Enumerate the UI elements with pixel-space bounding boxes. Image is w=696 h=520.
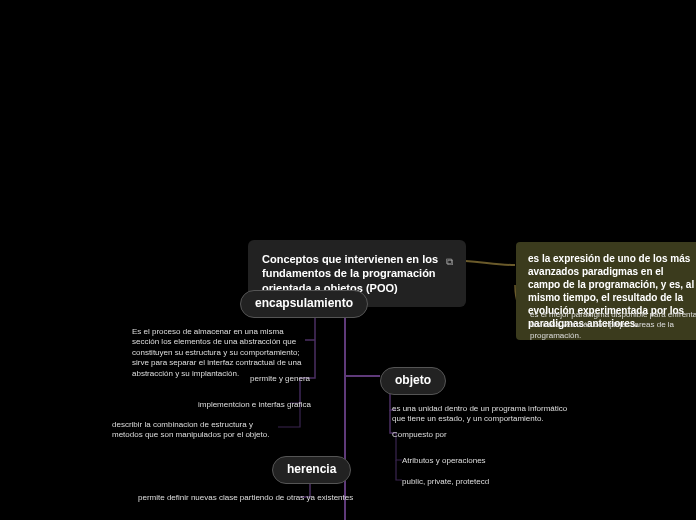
objeto-comp-text: Compuesto por <box>392 430 447 439</box>
objeto-comp-node[interactable]: Compuesto por <box>392 430 447 440</box>
encaps-desc-text: Es el proceso de almacenar en una misma … <box>132 327 301 378</box>
encaps-permits-node[interactable]: permite y genera <box>250 374 310 384</box>
encaps-desc-node[interactable]: Es el proceso de almacenar en una misma … <box>132 327 310 379</box>
encaps-permits-text: permite y genera <box>250 374 310 383</box>
objeto-attr-node[interactable]: Atributos y operaciones <box>402 456 486 466</box>
external-link-icon[interactable]: ⧉ <box>446 256 453 268</box>
encapsulamiento-label: encapsulamiento <box>255 296 353 310</box>
herencia-desc-node[interactable]: permite definir nuevas clase partiendo d… <box>138 493 353 503</box>
objeto-attr-text: Atributos y operaciones <box>402 456 486 465</box>
encaps-impl-text: implementcion e interfas grafica <box>198 400 311 409</box>
herencia-label: herencia <box>287 462 336 476</box>
encaps-describe-node[interactable]: describir la combinacion de estructura y… <box>112 420 277 441</box>
objeto-label: objeto <box>395 373 431 387</box>
objeto-desc-text: es una unidad dentro de un programa info… <box>392 404 567 423</box>
encaps-describe-text: describir la combinacion de estructura y… <box>112 420 269 439</box>
herencia-desc-text: permite definir nuevas clase partiendo d… <box>138 493 353 502</box>
objeto-access-text: public, private, protetecd <box>402 477 489 486</box>
objeto-access-node[interactable]: public, private, protetecd <box>402 477 489 487</box>
objeto-desc-node[interactable]: es una unidad dentro de un programa info… <box>392 404 572 425</box>
best-paradigm-node[interactable]: es el mejor paradigma disponible para en… <box>530 310 696 341</box>
objeto-node[interactable]: objeto <box>380 367 446 395</box>
best-paradigm-text: es el mejor paradigma disponible para en… <box>530 310 696 340</box>
encaps-impl-node[interactable]: implementcion e interfas grafica <box>198 400 311 410</box>
root-title: Conceptos que intervienen en los fundame… <box>262 253 438 294</box>
encapsulamiento-node[interactable]: encapsulamiento <box>240 290 368 318</box>
herencia-node[interactable]: herencia <box>272 456 351 484</box>
